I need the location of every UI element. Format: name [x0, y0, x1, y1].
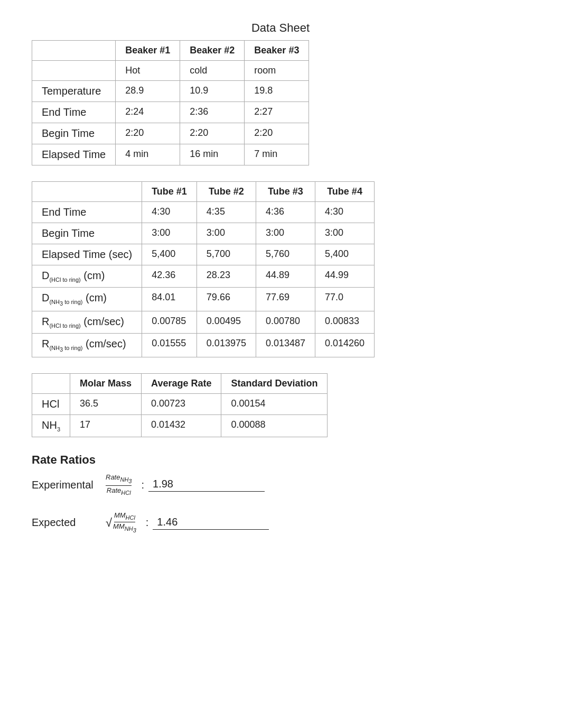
t2r2-c3: 3:00 — [256, 223, 315, 244]
table1-col0-header — [32, 41, 116, 61]
t1r3-c1: 2:20 — [116, 123, 180, 144]
experimental-value: 1.98 — [148, 478, 265, 492]
table3-section: Molar Mass Average Rate Standard Deviati… — [32, 373, 529, 437]
table-row: D(HCl to ring) (cm) 42.36 28.23 44.89 44… — [32, 265, 375, 288]
t1r2-c1: 2:24 — [116, 102, 180, 123]
t3r2-label: NH3 — [32, 415, 70, 437]
t2r4-c3: 44.89 — [256, 265, 315, 288]
table-row: R(HCl to ring) (cm/sec) 0.00785 0.00495 … — [32, 311, 375, 334]
t3r2-c1: 17 — [70, 415, 142, 437]
t1r1-c1: 28.9 — [116, 81, 180, 102]
table3-col0-header — [32, 374, 70, 394]
expected-fraction: MMHCl MMNH3 — [113, 511, 136, 534]
table3-col1-header: Molar Mass — [70, 374, 142, 394]
experimental-denominator-sub: HCl — [121, 490, 130, 496]
table1-col2-header: Beaker #2 — [180, 41, 245, 61]
t2r5-c4: 77.0 — [315, 288, 375, 311]
rate-ratios-section: Rate Ratios Experimental RateNH3 RateHCl… — [32, 453, 529, 534]
t2r1-c4: 4:30 — [315, 202, 375, 223]
table2-section: Tube #1 Tube #2 Tube #3 Tube #4 End Time… — [32, 181, 529, 357]
t1r4-c1: 4 min — [116, 144, 180, 165]
table3-header-row: Molar Mass Average Rate Standard Deviati… — [32, 374, 328, 394]
t3r2-c2: 0.01432 — [142, 415, 221, 437]
experimental-numerator-sub: NH3 — [120, 476, 132, 483]
page-title: Data Sheet — [32, 21, 529, 35]
t1r3-label: Begin Time — [32, 123, 116, 144]
t2r1-c1: 4:30 — [142, 202, 197, 223]
table-row: HCl 36.5 0.00723 0.00154 — [32, 394, 328, 415]
t3r2-c3: 0.00088 — [221, 415, 328, 437]
table2-col3-header: Tube #3 — [256, 182, 315, 202]
t2r6-c3: 0.00780 — [256, 311, 315, 334]
table1-col1-header: Beaker #1 — [116, 41, 180, 61]
expected-sqrt-wrapper: √ MMHCl MMNH3 — [106, 511, 136, 534]
t1r1-c3: 19.8 — [245, 81, 309, 102]
t2r5-c3: 77.69 — [256, 288, 315, 311]
experimental-numerator: RateNH3 — [106, 473, 132, 486]
table2-col4-header: Tube #4 — [315, 182, 375, 202]
t2r5-label: D(NH3 to ring) (cm) — [32, 288, 142, 311]
table1-subheader-col1: Hot — [116, 61, 180, 81]
expected-colon: : — [146, 517, 149, 529]
table-row: R(NH3 to ring) (cm/sec) 0.01555 0.013975… — [32, 334, 375, 357]
t2r6-c1: 0.00785 — [142, 311, 197, 334]
t2r1-c2: 4:35 — [197, 202, 256, 223]
expected-numerator-sub: HCl — [126, 514, 135, 521]
table1-header-row: Beaker #1 Beaker #2 Beaker #3 — [32, 41, 309, 61]
t1r1-c2: 10.9 — [180, 81, 245, 102]
t2r7-c4: 0.014260 — [315, 334, 375, 357]
t1r4-c2: 16 min — [180, 144, 245, 165]
table-row: Begin Time 3:00 3:00 3:00 3:00 — [32, 223, 375, 244]
t1r2-c2: 2:36 — [180, 102, 245, 123]
t2r7-label: R(NH3 to ring) (cm/sec) — [32, 334, 142, 357]
table-row: Elapsed Time 4 min 16 min 7 min — [32, 144, 309, 165]
t2r5-c1: 84.01 — [142, 288, 197, 311]
table-row: End Time 4:30 4:35 4:36 4:30 — [32, 202, 375, 223]
table2-col0-header — [32, 182, 142, 202]
t1r3-c2: 2:20 — [180, 123, 245, 144]
t3r1-c1: 36.5 — [70, 394, 142, 415]
t2r6-c4: 0.00833 — [315, 311, 375, 334]
expected-row: Expected √ MMHCl MMNH3 : 1.46 — [32, 511, 529, 534]
t2r3-c4: 5,400 — [315, 244, 375, 265]
table2: Tube #1 Tube #2 Tube #3 Tube #4 End Time… — [32, 181, 375, 357]
t2r3-c1: 5,400 — [142, 244, 197, 265]
table1-subheader-col3: room — [245, 61, 309, 81]
table1-subheader-row: Hot cold room — [32, 61, 309, 81]
sqrt-symbol: √ — [106, 516, 112, 530]
table1-subheader-col0 — [32, 61, 116, 81]
t2r7-c2: 0.013975 — [197, 334, 256, 357]
expected-value: 1.46 — [153, 516, 269, 530]
t2r7-c1: 0.01555 — [142, 334, 197, 357]
table2-col1-header: Tube #1 — [142, 182, 197, 202]
t1r4-c3: 7 min — [245, 144, 309, 165]
t2r1-label: End Time — [32, 202, 142, 223]
t2r6-label: R(HCl to ring) (cm/sec) — [32, 311, 142, 334]
expected-numerator: MMHCl — [114, 511, 135, 522]
t1r1-label: Temperature — [32, 81, 116, 102]
t2r4-c2: 28.23 — [197, 265, 256, 288]
t3r1-c3: 0.00154 — [221, 394, 328, 415]
t2r2-c1: 3:00 — [142, 223, 197, 244]
table-row: D(NH3 to ring) (cm) 84.01 79.66 77.69 77… — [32, 288, 375, 311]
t2r3-c3: 5,760 — [256, 244, 315, 265]
table2-header-row: Tube #1 Tube #2 Tube #3 Tube #4 — [32, 182, 375, 202]
table3-col3-header: Standard Deviation — [221, 374, 328, 394]
t1r2-c3: 2:27 — [245, 102, 309, 123]
t2r2-label: Begin Time — [32, 223, 142, 244]
table-row: Begin Time 2:20 2:20 2:20 — [32, 123, 309, 144]
table-row: NH3 17 0.01432 0.00088 — [32, 415, 328, 437]
t2r2-c4: 3:00 — [315, 223, 375, 244]
t3r1-c2: 0.00723 — [142, 394, 221, 415]
expected-denominator: MMNH3 — [113, 522, 136, 534]
t2r4-c4: 44.99 — [315, 265, 375, 288]
t2r1-c3: 4:36 — [256, 202, 315, 223]
table1-subheader-col2: cold — [180, 61, 245, 81]
experimental-fraction: RateNH3 RateHCl — [106, 473, 132, 496]
table1: Beaker #1 Beaker #2 Beaker #3 Hot cold r… — [32, 40, 309, 165]
table3-col2-header: Average Rate — [142, 374, 221, 394]
t1r4-label: Elapsed Time — [32, 144, 116, 165]
t2r7-c3: 0.013487 — [256, 334, 315, 357]
t1r2-label: End Time — [32, 102, 116, 123]
experimental-row: Experimental RateNH3 RateHCl : 1.98 — [32, 473, 529, 496]
